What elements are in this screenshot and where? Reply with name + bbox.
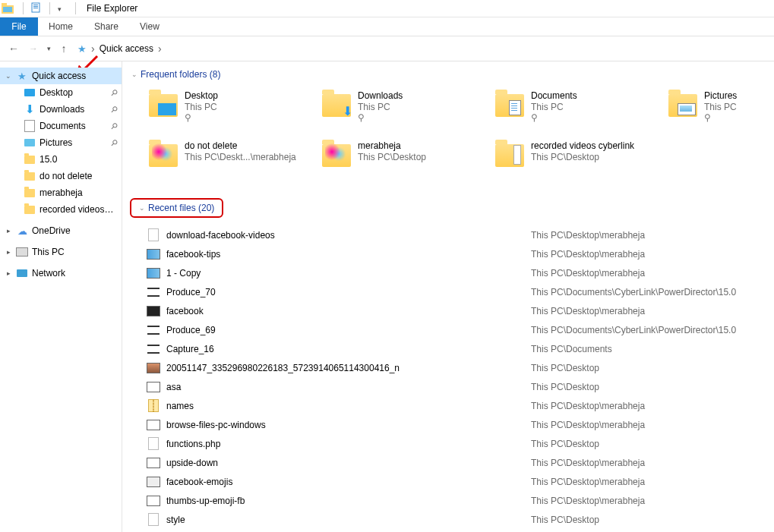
- pin-icon: [704, 112, 737, 123]
- recent-file-row[interactable]: thumbs-up-emoji-fbThis PC\Desktop\merabh…: [147, 491, 766, 510]
- nav-forward-button[interactable]: →: [24, 39, 43, 58]
- recent-file-row[interactable]: 20051147_335296980226183_572391406511430…: [147, 358, 766, 377]
- sidebar-quick-access[interactable]: ⌄ Quick access: [0, 68, 122, 84]
- onedrive-icon: [15, 225, 29, 237]
- sidebar-network[interactable]: Network: [0, 265, 122, 282]
- file-icon: [147, 267, 160, 279]
- sidebar-item[interactable]: Pictures⚲: [0, 134, 122, 151]
- chevron-right-icon[interactable]: [5, 227, 12, 235]
- file-name: Capture_16: [166, 344, 531, 354]
- sidebar-item-label: 15.0: [39, 154, 57, 165]
- file-name: thumbs-up-emoji-fb: [166, 496, 531, 506]
- folder-icon: [23, 203, 36, 216]
- folder-item[interactable]: PicturesThis PC: [666, 89, 774, 134]
- folder-name: Documents: [531, 90, 577, 101]
- sidebar-item-label: recorded videos cyberlink: [39, 204, 115, 215]
- folder-location: This PC\Deskt...\merabheja: [185, 152, 296, 162]
- sidebar-item-label: merabheja: [39, 187, 83, 198]
- nav-up-button[interactable]: [55, 39, 73, 58]
- chevron-right-icon[interactable]: [88, 42, 98, 55]
- recent-file-row[interactable]: download-facebook-videosThis PC\Desktop\…: [147, 225, 766, 244]
- folder-item[interactable]: recorded videos cyberlinkThis PC\Desktop: [493, 139, 660, 184]
- folder-icon: [494, 90, 525, 121]
- frequent-folders-grid: DesktopThis PC⬇DownloadsThis PCDocuments…: [147, 89, 766, 184]
- recent-file-row[interactable]: 1 - CopyThis PC\Desktop\merabheja: [147, 263, 766, 282]
- sidebar-item[interactable]: recorded videos cyberlink: [0, 201, 122, 218]
- recent-file-row[interactable]: upside-downThis PC\Desktop\merabheja: [147, 453, 766, 472]
- file-location: This PC\Documents\CyberLink\PowerDirecto…: [531, 287, 736, 297]
- file-icon: [147, 305, 160, 317]
- file-icon: [147, 438, 160, 450]
- recent-file-row[interactable]: functions.phpThis PC\Desktop: [147, 434, 766, 453]
- recent-file-row[interactable]: facebook-tipsThis PC\Desktop\merabheja: [147, 244, 766, 263]
- folder-item[interactable]: DesktopThis PC: [147, 89, 314, 134]
- sidebar-item[interactable]: do not delete: [0, 168, 122, 184]
- sidebar-this-pc[interactable]: This PC: [0, 244, 122, 260]
- sidebar-onedrive[interactable]: OneDrive: [0, 222, 122, 239]
- folder-icon: [321, 140, 352, 171]
- folder-name: Pictures: [704, 90, 737, 101]
- folder-icon: [23, 170, 36, 182]
- ribbon-tab-home[interactable]: Home: [38, 17, 84, 36]
- file-icon: [147, 495, 160, 507]
- file-name: style: [166, 515, 531, 525]
- file-location: This PC\Desktop: [531, 363, 599, 373]
- recent-file-row[interactable]: facebook-emojisThis PC\Desktop\merabheja: [147, 472, 766, 491]
- sidebar-item[interactable]: Documents⚲: [0, 118, 122, 134]
- folder-icon: [668, 90, 698, 121]
- folder-icon: [494, 140, 525, 171]
- recent-file-row[interactable]: Capture_16This PC\Documents: [147, 339, 766, 358]
- recent-file-row[interactable]: namesThis PC\Desktop\merabheja: [147, 396, 766, 415]
- sidebar-item-label: OneDrive: [32, 225, 71, 236]
- pin-icon: ⚲: [109, 121, 120, 132]
- file-icon: [147, 457, 160, 469]
- recent-file-row[interactable]: styleThis PC\Desktop: [147, 510, 766, 529]
- address-bar[interactable]: Quick access: [74, 40, 769, 57]
- window-title: File Explorer: [84, 3, 137, 14]
- breadcrumb-quick-access[interactable]: Quick access: [100, 43, 153, 54]
- chevron-right-icon[interactable]: [5, 248, 12, 256]
- sidebar-item[interactable]: Downloads⚲: [0, 101, 122, 118]
- file-name: Produce_69: [166, 325, 531, 335]
- qat-dropdown-icon[interactable]: [58, 3, 62, 14]
- ribbon-tab-file[interactable]: File: [0, 17, 38, 36]
- recent-file-row[interactable]: browse-files-pc-windowsThis PC\Desktop\m…: [147, 415, 766, 434]
- sidebar-item[interactable]: merabheja: [0, 184, 122, 201]
- folder-location: This PC: [358, 102, 403, 112]
- file-icon: [147, 286, 160, 298]
- folder-item[interactable]: ⬇DownloadsThis PC: [320, 89, 487, 134]
- chevron-right-icon[interactable]: [5, 269, 12, 277]
- sidebar-item[interactable]: Desktop⚲: [0, 84, 122, 101]
- file-icon: [147, 381, 160, 393]
- pin-icon: [358, 112, 403, 123]
- frequent-folders-header[interactable]: ⌄ Frequent folders (8): [130, 66, 222, 83]
- ribbon-tab-share[interactable]: Share: [84, 17, 129, 36]
- nav-history-dropdown[interactable]: [44, 39, 53, 58]
- file-location: This PC\Desktop: [531, 382, 599, 392]
- recent-file-row[interactable]: facebookThis PC\Desktop\merabheja: [147, 301, 766, 320]
- folder-item[interactable]: merabhejaThis PC\Desktop: [320, 139, 487, 184]
- sidebar-item-label: Desktop: [39, 87, 73, 98]
- folder-location: This PC: [704, 102, 737, 112]
- file-name: browse-files-pc-windows: [166, 420, 531, 430]
- file-icon: [147, 514, 160, 526]
- recent-files-header[interactable]: ⌄ Recent files (20): [130, 198, 223, 218]
- folder-icon: ⬇: [321, 90, 352, 121]
- sidebar-item[interactable]: 15.0: [0, 151, 122, 168]
- chevron-down-icon: ⌄: [139, 204, 145, 212]
- ribbon: File Home Share View: [0, 17, 774, 36]
- folder-item[interactable]: DocumentsThis PC: [493, 89, 660, 134]
- folder-item[interactable]: do not deleteThis PC\Deskt...\merabheja: [147, 139, 314, 184]
- chevron-right-icon[interactable]: [155, 42, 165, 55]
- recent-files-list: download-facebook-videosThis PC\Desktop\…: [147, 225, 766, 529]
- chevron-down-icon: ⌄: [131, 71, 137, 78]
- chevron-down-icon[interactable]: ⌄: [5, 72, 12, 80]
- desktop-icon: [23, 87, 36, 99]
- recent-file-row[interactable]: asaThis PC\Desktop: [147, 377, 766, 396]
- qat-properties-icon[interactable]: [31, 2, 42, 15]
- section-title: Recent files (20): [148, 203, 214, 213]
- ribbon-tab-view[interactable]: View: [129, 17, 170, 36]
- recent-file-row[interactable]: Produce_70This PC\Documents\CyberLink\Po…: [147, 282, 766, 301]
- nav-back-button[interactable]: [5, 39, 23, 58]
- recent-file-row[interactable]: Produce_69This PC\Documents\CyberLink\Po…: [147, 320, 766, 339]
